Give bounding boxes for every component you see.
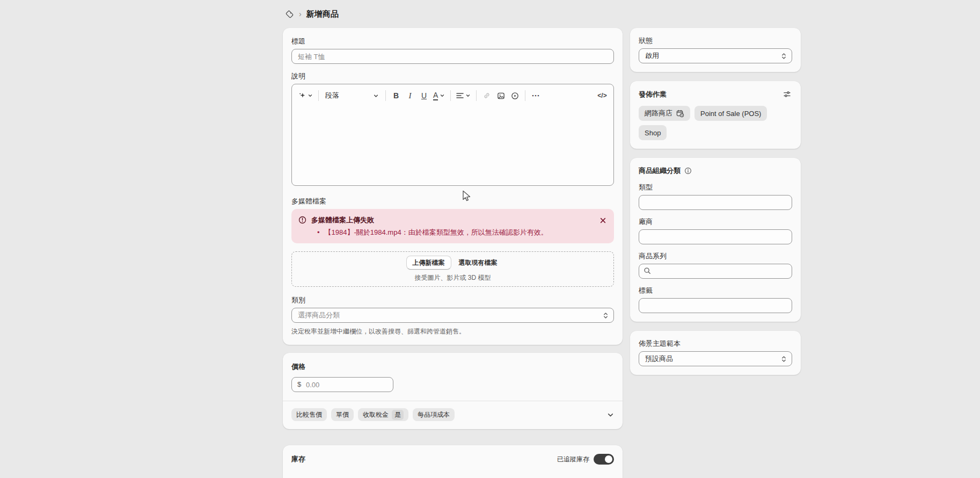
compare-at-price-chip[interactable]: 比較售價 xyxy=(291,408,327,421)
channel-online-store-chip[interactable]: 網路商店 xyxy=(639,106,690,121)
charge-tax-value-badge: 是 xyxy=(392,410,404,420)
tags-label: 標籤 xyxy=(639,286,792,295)
product-details-card: 標題 說明 段落 B I U A xyxy=(283,28,623,345)
tag-icon[interactable] xyxy=(285,10,294,19)
category-label: 類別 xyxy=(291,295,614,305)
category-select-value: 選擇商品分類 xyxy=(298,310,340,320)
cost-per-item-chip[interactable]: 每品項成本 xyxy=(413,408,455,421)
unit-price-chip[interactable]: 單價 xyxy=(331,408,354,421)
media-dropzone[interactable]: 上傳新檔案 選取現有檔案 接受圖片、影片或 3D 模型 xyxy=(291,251,614,287)
bullet: • xyxy=(317,228,320,237)
chevron-down-icon xyxy=(465,93,471,98)
upload-new-file-button[interactable]: 上傳新檔案 xyxy=(406,256,451,270)
media-error-banner: 多媒體檔案上傳失敗 • 【1984】-關於1984.mp4：由於檔案類型無效，所… xyxy=(291,209,614,243)
search-icon xyxy=(643,267,651,274)
charge-tax-label: 收取稅金 xyxy=(363,410,389,419)
ai-magic-button[interactable] xyxy=(296,89,315,103)
code-view-button[interactable]: </> xyxy=(595,89,609,103)
page-title: 新增商品 xyxy=(306,9,339,19)
currency-prefix: $ xyxy=(297,380,301,388)
sidebar: 狀態 啟用 發佈作業 網路商店 Point of Sale (POS) Shop xyxy=(630,28,801,375)
text-color-button[interactable]: A xyxy=(431,89,447,103)
theme-template-card: 佈景主題範本 預設商品 xyxy=(630,331,801,375)
info-icon[interactable] xyxy=(684,167,692,175)
updown-chevron-icon xyxy=(603,312,609,319)
channel-pos-chip[interactable]: Point of Sale (POS) xyxy=(694,106,767,121)
media-label: 多媒體檔案 xyxy=(291,197,614,206)
editor-toolbar: 段落 B I U A xyxy=(292,84,613,107)
theme-template-select[interactable]: 預設商品 xyxy=(639,351,792,366)
publishing-card: 發佈作業 網路商店 Point of Sale (POS) Shop xyxy=(630,81,801,149)
type-input[interactable] xyxy=(639,195,792,210)
dropzone-hint: 接受圖片、影片或 3D 模型 xyxy=(414,273,491,283)
collections-input[interactable] xyxy=(639,264,792,279)
toolbar-divider xyxy=(525,90,525,101)
updown-chevron-icon xyxy=(781,356,787,363)
theme-template-value: 預設商品 xyxy=(645,354,673,364)
main-column: 標題 說明 段落 B I U A xyxy=(283,28,623,478)
vendor-label: 廠商 xyxy=(639,217,792,227)
select-existing-file-button[interactable]: 選取現有檔案 xyxy=(457,256,500,270)
alignment-button[interactable] xyxy=(454,89,473,103)
error-detail-text: 【1984】-關於1984.mp4：由於檔案類型無效，所以無法確認影片有效。 xyxy=(325,228,548,237)
bold-button[interactable]: B xyxy=(389,89,403,103)
chevron-down-icon xyxy=(440,93,445,98)
theme-template-label: 佈景主題範本 xyxy=(639,339,792,349)
category-help-text: 決定稅率並新增中繼欄位，以改善搜尋、篩選和跨管道銷售。 xyxy=(291,327,614,336)
channel-shop-chip[interactable]: Shop xyxy=(639,125,667,140)
error-detail-item: • 【1984】-關於1984.mp4：由於檔案類型無效，所以無法確認影片有效。 xyxy=(311,228,607,237)
pricing-card: 價格 $ 比較售價 單價 收取稅金 是 每品項成本 xyxy=(283,353,623,429)
rich-text-editor: 段落 B I U A xyxy=(291,84,614,186)
insert-image-button[interactable] xyxy=(494,89,508,103)
toggle-knob xyxy=(605,455,612,463)
underline-button[interactable]: U xyxy=(417,89,431,103)
organization-title: 商品組織分類 xyxy=(639,166,681,176)
category-select[interactable]: 選擇商品分類 xyxy=(291,308,614,323)
status-select[interactable]: 啟用 xyxy=(639,48,792,63)
status-select-value: 啟用 xyxy=(645,51,659,61)
link-button[interactable] xyxy=(480,89,494,103)
breadcrumb: › 新增商品 xyxy=(285,6,339,21)
publishing-title: 發佈作業 xyxy=(639,90,667,99)
toolbar-divider xyxy=(385,90,386,101)
insert-video-button[interactable] xyxy=(508,89,522,103)
pricing-chips-row: 比較售價 單價 收取稅金 是 每品項成本 xyxy=(283,401,623,429)
toolbar-divider xyxy=(450,90,451,101)
organization-card: 商品組織分類 類型 廠商 商品系列 標籤 xyxy=(630,158,801,322)
status-label: 狀態 xyxy=(639,36,792,46)
close-icon[interactable] xyxy=(597,215,608,226)
price-input[interactable] xyxy=(291,377,393,392)
collections-label: 商品系列 xyxy=(639,251,792,261)
toolbar-divider xyxy=(318,90,319,101)
pricing-title: 價格 xyxy=(291,362,614,372)
more-options-button[interactable]: ⋯ xyxy=(529,89,543,103)
chevron-down-icon xyxy=(308,93,313,98)
paragraph-style-select[interactable]: 段落 xyxy=(322,89,382,103)
inventory-tracked-label: 已追蹤庫存 xyxy=(557,455,589,464)
charge-tax-chip[interactable]: 收取稅金 是 xyxy=(358,408,408,421)
italic-button[interactable]: I xyxy=(403,89,417,103)
description-label: 說明 xyxy=(291,71,614,81)
chevron-down-icon xyxy=(373,93,379,99)
tags-input[interactable] xyxy=(639,298,792,313)
error-title: 多媒體檔案上傳失敗 xyxy=(311,215,607,224)
inventory-tracked-toggle[interactable] xyxy=(594,454,614,465)
description-textarea[interactable] xyxy=(292,107,613,185)
type-label: 類型 xyxy=(639,183,792,192)
calendar-clock-icon xyxy=(676,110,684,118)
title-label: 標題 xyxy=(291,37,614,46)
chevron-right-icon: › xyxy=(299,10,302,18)
updown-chevron-icon xyxy=(781,53,787,60)
status-card: 狀態 啟用 xyxy=(630,28,801,72)
expand-pricing-chevron-icon[interactable] xyxy=(607,411,614,418)
toolbar-divider xyxy=(476,90,477,101)
alert-icon xyxy=(298,216,306,237)
vendor-input[interactable] xyxy=(639,229,792,244)
inventory-title: 庫存 xyxy=(291,454,305,464)
inventory-card: 庫存 已追蹤庫存 xyxy=(283,445,623,478)
title-input[interactable] xyxy=(291,49,614,64)
publishing-settings-icon[interactable] xyxy=(782,89,792,99)
